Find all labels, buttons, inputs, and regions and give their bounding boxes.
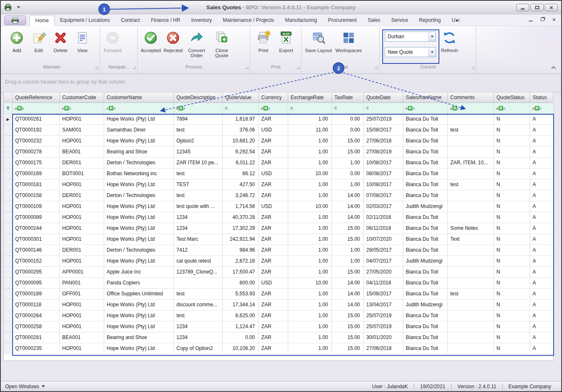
tab-manufacturing[interactable]: Manufacturing — [280, 16, 323, 26]
quote-row-QT0000152[interactable]: QT0000152HOP001Hope Works (Pty) Ltdcal q… — [4, 256, 554, 267]
dialog-launcher-icon[interactable] — [95, 66, 98, 69]
tab-maintenance-projects[interactable]: Maintenance / Projects — [218, 16, 280, 26]
tab-sales[interactable]: Sales — [362, 16, 386, 26]
dialog-launcher-icon[interactable] — [375, 66, 378, 69]
export-button[interactable]: XLSXExport — [275, 29, 297, 53]
cell-customercode: HOP001 — [60, 223, 104, 234]
column-header-status[interactable]: Status — [530, 92, 554, 103]
mdi-minimize-button[interactable] — [528, 17, 533, 22]
column-header-quotereference[interactable]: QuoteReference — [13, 92, 60, 103]
combo-durban[interactable]: Durban — [385, 32, 436, 42]
tab-contract[interactable]: Contract — [116, 16, 145, 26]
close-button[interactable]: × — [545, 4, 558, 11]
quote-row-QT0000281[interactable]: QT0000281BEA001Bearing and Shoe12340.00Z… — [4, 332, 554, 343]
filter-cell-salesmanname[interactable]: aBc — [403, 103, 448, 114]
tab-procurement[interactable]: Procurement — [323, 16, 362, 26]
clone-quote-button[interactable]: Clone Quote — [209, 29, 234, 58]
cell-customername: Hope Works (Pty) Ltd — [104, 343, 174, 354]
quote-row-QT0000301[interactable]: QT0000301HOP001Hope Works (Pty) LtdTest … — [4, 234, 554, 245]
quote-row-QT0000192[interactable]: QT0000192SAM001Samanthas Dinertest376.06… — [4, 125, 554, 136]
quote-row-QT0000169[interactable]: QT0000169BOT0001Bothas Networking inctes… — [4, 168, 554, 179]
mdi-close-button[interactable]: × — [551, 17, 557, 22]
column-header-quotestatus[interactable]: QuoteStatus — [494, 92, 530, 103]
workspaces-button[interactable]: Workspaces — [334, 29, 364, 53]
add-button[interactable]: Add — [6, 29, 28, 53]
open-windows-button[interactable]: Open Windows — [5, 384, 45, 389]
column-header-customercode[interactable]: CustomerCode — [60, 92, 104, 103]
quote-row-QT0000118[interactable]: QT0000118HOP001Hope Works (Pty) Ltddisco… — [4, 300, 554, 310]
accepted-button[interactable]: Accepted — [139, 29, 162, 53]
tab-reporting[interactable]: Reporting — [413, 16, 446, 26]
save-layout-button[interactable]: Save Layout — [303, 29, 334, 53]
maximize-button[interactable] — [530, 4, 544, 11]
minimize-button[interactable] — [516, 4, 529, 11]
dialog-launcher-icon[interactable] — [297, 66, 299, 69]
quote-row-QT0000232[interactable]: QT0000232HOP001Hope Works (Pty) LtdOptio… — [4, 136, 554, 147]
rejected-button[interactable]: Rejected — [162, 29, 184, 53]
column-header-customername[interactable]: CustomerName — [104, 92, 174, 103]
column-header-comments[interactable]: Comments — [448, 92, 494, 103]
application-menu-button[interactable] — [4, 16, 26, 25]
filter-cell-taxrate[interactable]: = — [332, 103, 364, 114]
column-header-quotevalue[interactable]: QuoteValue — [223, 92, 259, 103]
tab-u-i[interactable]: U●i — [446, 16, 465, 26]
dialog-launcher-icon[interactable] — [133, 66, 136, 69]
tab-finance-hr[interactable]: Finance / HR — [145, 16, 186, 26]
quote-row-QT0000261[interactable]: ▶QT0000261HOP001Hope Works (Pty) Ltd7894… — [4, 114, 554, 125]
column-header-taxrate[interactable]: TaxRate — [332, 92, 364, 103]
cell-quotedate: 15/08/2017 — [364, 289, 403, 300]
filter-cell-quotereference[interactable]: aBc — [13, 103, 60, 114]
tab-inventory[interactable]: Inventory — [186, 16, 217, 26]
column-header-quotedescription[interactable]: QuoteDescription — [174, 92, 223, 103]
filter-cell-quotestatus[interactable]: aBc — [494, 103, 530, 114]
quote-row-QT0000158[interactable]: QT0000158DER001Derton / Technologiestest… — [4, 190, 554, 201]
quote-row-QT0000109[interactable]: QT0000109HOP001Hope Works (Pty) Ltdtest … — [4, 201, 554, 212]
refresh-button[interactable]: Refresh — [439, 29, 460, 53]
edit-button[interactable]: Edit — [28, 29, 50, 53]
filter-cell-quotedescription[interactable]: aBc — [174, 103, 223, 114]
column-header-currency[interactable]: Currency — [259, 92, 288, 103]
quote-row-QT0000264[interactable]: QT0000264HOP001Hope Works (Pty) Ltdtest8… — [4, 310, 554, 321]
cell-quotedate: 25/07/2019 — [364, 321, 403, 332]
filter-cell-customercode[interactable]: aBc — [60, 103, 104, 114]
quote-row-QT0000189[interactable]: QT0000189OFF001Office Supplies Unlimited… — [4, 289, 554, 300]
convert-order-button[interactable]: Convert Order — [184, 29, 209, 58]
delete-button[interactable]: Delete — [50, 29, 71, 53]
quote-row-QT0000146[interactable]: QT0000146DER001Derton / Technologies7412… — [4, 245, 554, 256]
quick-access-caret-icon[interactable] — [17, 6, 20, 8]
filter-cell-customername[interactable]: aBc — [104, 103, 174, 114]
filter-cell-quotedate[interactable]: = — [364, 103, 403, 114]
combo-new-quote[interactable]: New Quote — [385, 47, 436, 57]
quote-row-QT0000244[interactable]: QT0000244HOP001Hope Works (Pty) Ltd12341… — [4, 223, 554, 234]
filter-cell-comments[interactable]: aBc — [448, 103, 494, 114]
column-header-salesmanname[interactable]: SalesmanName — [403, 92, 448, 103]
forward-button[interactable]: Forward — [102, 29, 123, 53]
quote-row-QT0000258[interactable]: QT0000258HOP001Hope Works (Pty) Ltd12341… — [4, 321, 554, 332]
quote-row-QT0000278[interactable]: QT0000278BEA001Bearing and Shoe123459,29… — [4, 147, 554, 158]
filter-cell-exchangerate[interactable]: = — [288, 103, 332, 114]
quote-row-QT0000095[interactable]: QT0000095PAN001Panda Copiers800.00USD10.… — [4, 278, 554, 289]
dialog-launcher-icon[interactable] — [471, 66, 474, 69]
tab-equipment-locations[interactable]: Equipment / Locations — [55, 16, 116, 26]
cell-quotevalue: 17,500.47 — [223, 267, 259, 278]
tab-home[interactable]: Home — [29, 16, 55, 26]
tab-service[interactable]: Service — [386, 16, 413, 26]
combo-dropdown-button[interactable] — [428, 47, 436, 57]
combo-dropdown-button[interactable] — [428, 32, 436, 41]
group-by-panel[interactable]: Drag a column header here to group by th… — [1, 74, 561, 92]
quote-row-QT0000235[interactable]: QT0000235HOP001Hope Works (Pty) LtdCopy … — [4, 343, 554, 354]
filter-cell-currency[interactable]: aBc — [259, 103, 288, 114]
view-button[interactable]: View — [71, 29, 93, 53]
mdi-restore-button[interactable] — [539, 17, 545, 22]
dialog-launcher-icon[interactable] — [245, 66, 248, 69]
column-header-quotedate[interactable]: QuoteDate — [364, 92, 403, 103]
filter-cell-quotevalue[interactable]: = — [223, 103, 259, 114]
collapse-ribbon-icon[interactable] — [551, 66, 556, 71]
quote-row-QT0000175[interactable]: QT0000175DER001Derton / TechnologiesZAR … — [4, 158, 554, 168]
quote-row-QT0000089[interactable]: QT0000089HOP001Hope Works (Pty) Ltd12344… — [4, 212, 554, 223]
print-button[interactable]: ?Print — [252, 29, 275, 53]
filter-cell-status[interactable]: aBc — [530, 103, 554, 114]
quote-row-QT0000181[interactable]: QT0000181HOP001Hope Works (Pty) LtdTEST4… — [4, 179, 554, 190]
quote-row-QT0000295[interactable]: QT0000295APP0001Apple Juice Inc123789_Cl… — [4, 267, 554, 278]
column-header-exchangerate[interactable]: ExchangeRate — [288, 92, 332, 103]
